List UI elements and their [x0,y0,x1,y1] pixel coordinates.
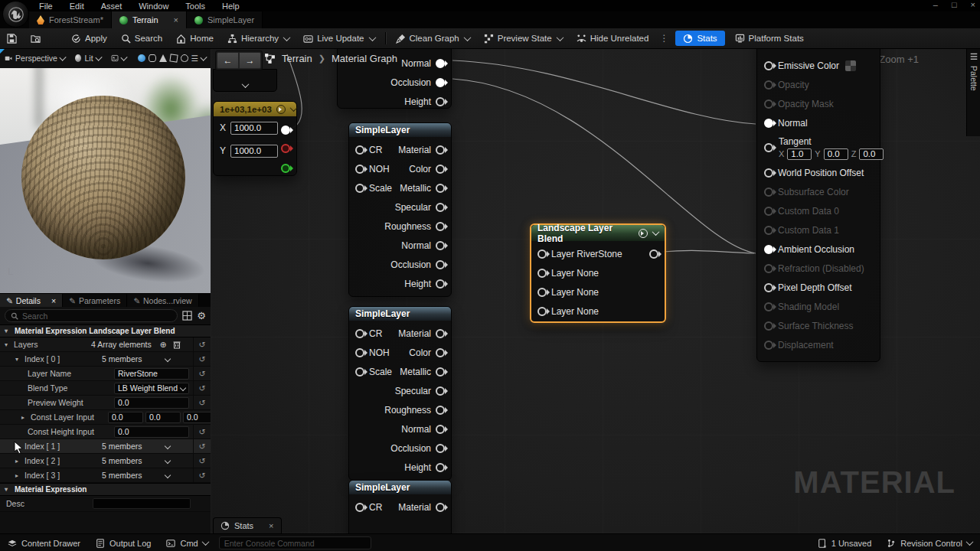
unreal-logo-icon[interactable] [2,1,29,28]
reset-to-default-icon[interactable]: ↺ [193,425,211,439]
input-pin[interactable] [764,321,773,331]
input-pin[interactable] [764,341,773,350]
vector-component-field[interactable]: 0.0 [183,412,211,423]
forward-button[interactable]: → [239,52,261,69]
viewport-camera-select[interactable]: Perspective [15,54,57,63]
node-header[interactable]: SimpleLayer [349,123,451,137]
output-pin[interactable] [436,406,445,415]
cmd-button[interactable]: Cmd [158,534,215,551]
reset-to-default-icon[interactable]: ↺ [193,337,211,351]
output-pin-g[interactable] [281,164,290,173]
input-pin[interactable] [355,145,364,155]
input-pin[interactable] [764,264,773,273]
constant-value-field[interactable]: 1000.0 [230,122,278,135]
hide-unrelated-button[interactable]: Hide Unrelated [570,28,656,48]
live-update-button[interactable]: Live Update [296,28,381,48]
reset-to-default-icon[interactable]: ↺ [193,381,211,395]
input-pin[interactable] [355,184,364,193]
shape-cube-button[interactable] [169,54,178,62]
asset-tab-simplelayer[interactable]: SimpleLayer [187,11,263,28]
close-icon[interactable]: × [269,521,273,530]
chevron-down-icon[interactable] [652,228,660,236]
output-pin[interactable] [436,165,445,174]
overflow-menu-icon[interactable]: ⋮ [655,33,672,44]
chevron-down-icon[interactable] [165,356,171,362]
maximize-button[interactable]: □ [952,0,957,9]
menu-item-edit[interactable]: Edit [61,2,93,11]
menu-item-window[interactable]: Window [130,2,177,11]
constant-value-field[interactable]: 1000.0 [230,145,278,158]
reset-to-default-icon[interactable]: ↺ [193,468,211,482]
expander-caret-icon[interactable]: ▸ [15,458,21,465]
shape-sphere-button[interactable] [138,54,145,62]
vector-field[interactable]: 0.0 [859,148,884,160]
chevron-down-icon[interactable] [289,104,297,112]
apply-button[interactable]: Apply [64,28,114,48]
input-pin[interactable] [764,80,773,90]
breadcrumb-root[interactable]: Terrain [282,53,312,64]
browse-asset-button[interactable] [24,28,47,48]
output-pin[interactable] [649,249,658,259]
input-pin[interactable] [764,99,773,109]
revision-control-button[interactable]: Revision Control [879,534,980,551]
node-simplelayer-1[interactable]: SimpleLayerCRMaterialNOHColorScaleMetall… [348,122,452,297]
output-pin-r[interactable] [281,144,290,153]
reset-to-default-icon[interactable]: ↺ [193,454,211,468]
input-pin[interactable] [764,168,773,178]
close-icon[interactable]: × [51,296,56,305]
output-pin[interactable] [436,444,445,453]
menu-item-asset[interactable]: Asset [93,2,131,11]
expander-caret-icon[interactable]: ▾ [5,341,11,348]
palette-side-tab[interactable]: Palette [966,48,980,136]
details-section-header-2[interactable]: ▾Material Expression [0,483,211,496]
reset-to-default-icon[interactable]: ↺ [193,352,211,366]
output-pin[interactable] [436,260,445,269]
details-row-preview-weight[interactable]: Preview Weight0.0↺ [0,396,211,410]
details-row-layers[interactable]: ▾Layers4 Array elements⊕↺ [0,337,211,352]
details-row-index---0--[interactable]: ▾Index [ 0 ]5 members↺ [0,352,211,367]
hierarchy-button[interactable]: Hierarchy [220,28,296,48]
node-header[interactable]: Landscape Layer Blend [531,225,665,241]
output-pin[interactable] [436,97,445,106]
minimize-button[interactable]: – [933,0,938,9]
output-pin[interactable] [436,503,445,512]
input-pin[interactable] [355,329,364,338]
input-pin[interactable] [764,143,773,152]
node-header[interactable]: SimpleLayer [349,481,451,494]
output-pin[interactable] [436,184,445,193]
menu-item-tools[interactable]: Tools [177,2,214,11]
output-pin[interactable] [436,425,445,434]
preview-sphere[interactable] [21,96,185,259]
vector-component-field[interactable]: 0.0 [108,412,143,423]
details-search-input[interactable]: Search [5,309,178,322]
input-pin[interactable] [764,119,773,128]
chevron-down-icon[interactable] [165,458,171,464]
output-pin[interactable] [436,367,445,377]
output-pin[interactable] [436,386,445,396]
value-field[interactable]: RiverStone [114,368,189,380]
vector-field[interactable]: 1.0 [787,148,812,160]
input-pin[interactable] [764,226,773,235]
reset-to-default-icon[interactable]: ↺ [193,439,211,453]
shape-teapot-button[interactable] [181,54,188,62]
search-button[interactable]: Search [114,28,169,48]
collapsed-node[interactable] [213,69,277,92]
details-row-index---1--[interactable]: ▸Index [ 1 ]5 members↺ [0,439,211,454]
input-pin[interactable] [764,283,773,292]
node-simplelayer-3[interactable]: SimpleLayerCRMaterial [348,480,452,533]
node-constant2vector[interactable]: 1e+03,1e+03 X1000.0Y1000.0 [213,101,297,176]
add-element-icon[interactable]: ⊕ [160,340,167,349]
asset-tab-foreststream[interactable]: ForestStream* [29,11,112,28]
output-pin[interactable] [436,145,445,155]
input-pin[interactable] [764,187,773,197]
input-pin[interactable] [355,503,364,512]
expander-caret-icon[interactable]: ▸ [15,472,21,479]
stats-panel-tab[interactable]: Stats × [213,517,282,533]
home-button[interactable]: Home [169,28,220,48]
unsaved-indicator[interactable]: 1 Unsaved [810,534,880,551]
output-pin[interactable] [436,203,445,212]
output-pin[interactable] [436,348,445,357]
texture-thumbnail-icon[interactable] [845,60,856,71]
details-tab-nodesrview[interactable]: ✎Nodes...rview [127,294,198,307]
node-landscape-layer-blend[interactable]: Landscape Layer BlendLayer RiverStoneLay… [530,223,666,323]
